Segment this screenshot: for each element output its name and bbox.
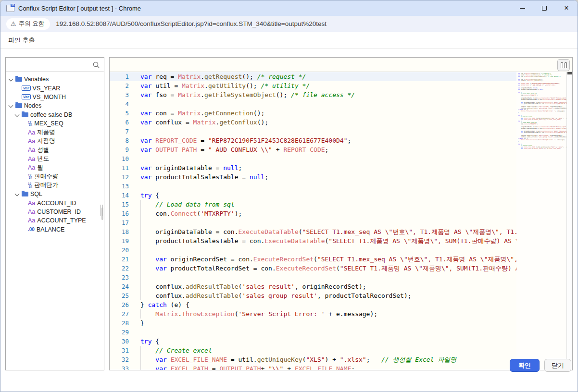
page-toolbar: 파일 추출: [0, 32, 578, 49]
code-line[interactable]: 7: [110, 127, 516, 136]
editor-minimap[interactable]: var req = Matrix.getRequest(); /* reques…: [516, 72, 566, 370]
line-number: 16: [110, 209, 140, 218]
tree-item-label: Nodes: [24, 102, 41, 109]
code-line[interactable]: 21 var originRecordSet = con.ExecuteReco…: [110, 255, 516, 264]
text-field-icon: Aa: [28, 138, 35, 144]
code-line[interactable]: 4: [110, 99, 516, 109]
tree-item[interactable]: Nodes: [6, 101, 104, 110]
code-line[interactable]: 19 productTotalSalesTable = con.ExecuteD…: [110, 236, 516, 245]
url-text[interactable]: 192.168.0.52:8087/AUD/500/confluxScriptE…: [56, 20, 327, 27]
code-editor[interactable]: 1var req = Matrix.getRequest(); /* reque…: [110, 72, 516, 370]
tree-item-label: 제품명: [37, 128, 55, 136]
tree-item[interactable]: VarVS_MONTH: [6, 93, 104, 101]
code-line[interactable]: 12var productTotalSalesTable = null;: [110, 172, 516, 182]
code-line[interactable]: 3var fso = Matrix.getFileSystemObject();…: [110, 90, 516, 99]
chevron-down-icon[interactable]: [15, 192, 20, 196]
tree-item[interactable]: SQL: [6, 190, 104, 198]
line-number: 5: [110, 109, 140, 118]
code-line[interactable]: 15 // Load data from sql: [110, 200, 516, 209]
tree-item-label: 판매단가: [34, 181, 58, 189]
editor-scrollbar-thumb[interactable]: [567, 72, 572, 74]
line-number: 20: [110, 245, 140, 255]
chevron-down-icon[interactable]: [9, 103, 13, 108]
tree-item-label: ACCOUNT_ID: [37, 200, 76, 207]
code-line[interactable]: 10: [110, 154, 516, 163]
minimize-button[interactable]: [511, 0, 533, 16]
tree-item[interactable]: .00BALANCE: [6, 225, 104, 234]
code-line[interactable]: 17: [110, 218, 516, 227]
tree-item-label: 판매수량: [34, 172, 58, 181]
panel-splitter[interactable]: [100, 205, 103, 216]
line-number: 33: [110, 364, 140, 370]
number-field-icon: 1234: [28, 121, 32, 126]
code-line[interactable]: 24 conflux.addResultTable('sales result'…: [110, 282, 516, 291]
close-dialog-button[interactable]: 닫기: [544, 359, 571, 372]
code-line[interactable]: 13: [110, 182, 516, 191]
editor-scrollbar[interactable]: [566, 72, 572, 370]
tree-item[interactable]: VarVS_YEAR: [6, 84, 104, 92]
security-badge[interactable]: ⚠ 주의 요함: [6, 18, 50, 30]
code-line[interactable]: 2var util = Matrix.getUtility(); /* util…: [110, 81, 516, 90]
variable-tree[interactable]: VariablesVarVS_YEARVarVS_MONTHNodescoffe…: [6, 72, 104, 234]
code-line[interactable]: 14try {: [110, 191, 516, 200]
maximize-button[interactable]: [533, 0, 555, 16]
search-input[interactable]: [6, 58, 104, 72]
text-field-icon: Aa: [28, 130, 35, 135]
code-line[interactable]: 27 Matrix.ThrowException('Server Script …: [110, 309, 516, 318]
tree-item[interactable]: 1234판매단가: [6, 181, 104, 190]
tree-item[interactable]: Aa지점명: [6, 137, 104, 146]
code-line[interactable]: 30try {: [110, 337, 516, 346]
tree-item[interactable]: AaACCOUNT_TYPE: [6, 216, 104, 225]
code-line[interactable]: 31 // Create excel: [110, 346, 516, 355]
tree-item[interactable]: 1234판매수량: [6, 172, 104, 181]
code-line[interactable]: 29: [110, 328, 516, 337]
code-line[interactable]: 8var REPORT_CODE = "REP872C190F51F2453C8…: [110, 136, 516, 145]
text-field-icon: Aa: [28, 200, 35, 206]
warning-icon: ⚠: [11, 20, 16, 27]
chevron-down-icon[interactable]: [15, 112, 20, 117]
tree-item[interactable]: Variables: [6, 75, 104, 84]
code-line[interactable]: 11var originDataTable = null;: [110, 163, 516, 172]
tree-item[interactable]: Aa성별: [6, 146, 104, 154]
code-line[interactable]: 26} catch (e) {: [110, 300, 516, 309]
close-button[interactable]: ×: [555, 0, 578, 16]
dialog-footer: 확인 닫기: [510, 359, 571, 372]
tree-item[interactable]: Aa월: [6, 163, 104, 172]
tree-item-label: 월: [37, 164, 43, 172]
minimize-icon: [520, 8, 525, 9]
search-icon: [92, 61, 100, 69]
code-line[interactable]: 9var OUTPUT_PATH = "_AUD_CONFLUX_\\" + R…: [110, 145, 516, 154]
code-line[interactable]: 23: [110, 273, 516, 282]
tree-item[interactable]: AaCUSTOMER_ID: [6, 208, 104, 216]
tree-item-label: 지점명: [37, 137, 55, 145]
tree-item-label: SQL: [30, 191, 42, 197]
code-line[interactable]: 22 var productTotalRecordSet = con.Execu…: [110, 264, 516, 273]
tree-item[interactable]: Aa년도: [6, 155, 104, 163]
chevron-down-icon[interactable]: [9, 77, 13, 82]
code-line[interactable]: 18 originDataTable = con.ExecuteDataTabl…: [110, 227, 516, 236]
tree-item[interactable]: coffee salse DB: [6, 110, 104, 119]
text-field-icon: Aa: [28, 209, 35, 215]
folder-icon: [22, 192, 28, 196]
split-view-icon: [561, 62, 563, 68]
code-line[interactable]: 5var con = Matrix.getConnection();: [110, 109, 516, 118]
code-line[interactable]: 20: [110, 245, 516, 255]
split-view-button[interactable]: [557, 59, 570, 71]
tree-item[interactable]: AaACCOUNT_ID: [6, 198, 104, 207]
tree-item[interactable]: 1234MEX_SEQ: [6, 119, 104, 128]
folder-icon: [15, 77, 22, 82]
code-line[interactable]: 28}: [110, 318, 516, 328]
line-number: 30: [110, 337, 140, 346]
confirm-button[interactable]: 확인: [510, 359, 540, 372]
tree-item-label: coffee salse DB: [30, 111, 72, 118]
text-field-icon: Aa: [28, 156, 35, 162]
code-line[interactable]: 32 var EXCEL_FILE_NAME = util.getUniqueK…: [110, 355, 516, 364]
line-number: 19: [110, 236, 140, 245]
code-line[interactable]: 16 con.Connect('MTXRPTY');: [110, 209, 516, 218]
text-field-icon: Aa: [28, 147, 35, 153]
code-line[interactable]: 33 var EXCEL_PATH = OUTPUT_PATH+ "\\" + …: [110, 364, 516, 370]
code-line[interactable]: 25 conflux.addResultTable('sales group r…: [110, 291, 516, 300]
code-line[interactable]: 6var conflux = Matrix.getConflux();: [110, 118, 516, 127]
code-line[interactable]: 1var req = Matrix.getRequest(); /* reque…: [110, 72, 516, 81]
tree-item[interactable]: Aa제품명: [6, 128, 104, 136]
